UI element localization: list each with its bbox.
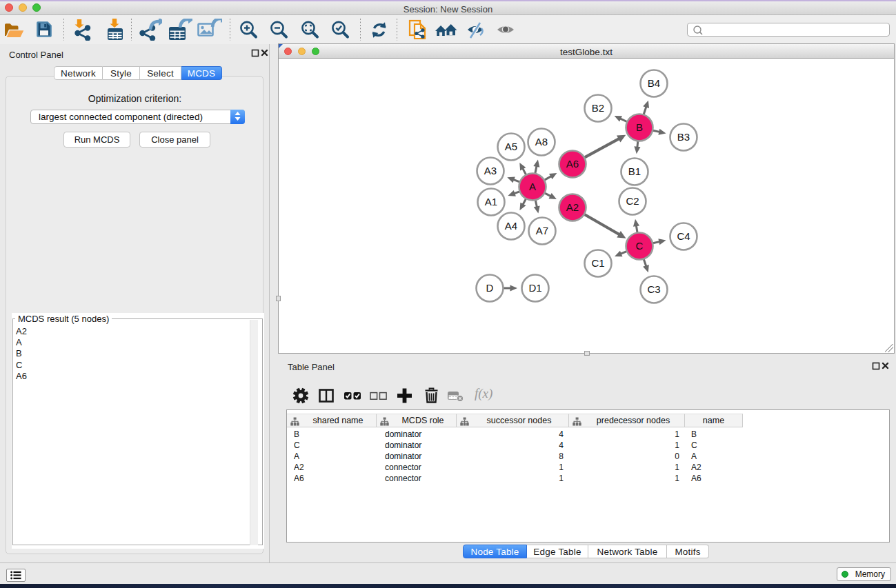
svg-text:A5: A5 <box>505 141 517 152</box>
svg-text:C2: C2 <box>626 195 639 207</box>
svg-text:A2: A2 <box>566 201 579 213</box>
svg-text:A4: A4 <box>505 220 517 232</box>
svg-text:B4: B4 <box>648 77 660 89</box>
svg-text:B1: B1 <box>628 165 641 177</box>
svg-text:A8: A8 <box>535 136 548 148</box>
svg-text:A7: A7 <box>536 225 548 236</box>
svg-text:A3: A3 <box>484 165 497 176</box>
svg-text:B2: B2 <box>592 102 604 114</box>
svg-text:C3: C3 <box>647 283 660 295</box>
svg-text:A6: A6 <box>566 158 579 170</box>
svg-text:A: A <box>529 181 536 192</box>
svg-text:B3: B3 <box>677 131 690 143</box>
svg-text:D: D <box>486 282 494 294</box>
svg-text:D1: D1 <box>528 282 541 294</box>
svg-text:B: B <box>636 121 643 133</box>
svg-text:A1: A1 <box>485 196 497 207</box>
svg-text:C1: C1 <box>591 257 604 269</box>
svg-text:C4: C4 <box>677 230 690 242</box>
svg-text:C: C <box>636 240 644 252</box>
